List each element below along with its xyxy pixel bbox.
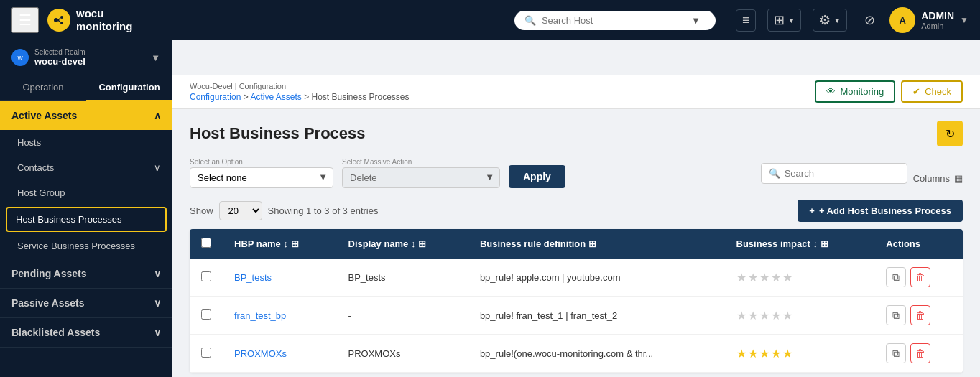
apply-button[interactable]: Apply — [509, 165, 565, 188]
star-icon[interactable]: ★ — [771, 347, 781, 360]
delete-icon: 🗑 — [915, 271, 925, 283]
sidebar-item-host-group[interactable]: Host Group — [0, 180, 172, 205]
star-icon[interactable]: ★ — [736, 309, 746, 322]
section-pending-assets-header[interactable]: Pending Assets ∨ — [0, 259, 172, 288]
logo: wocumonitoring — [47, 7, 132, 33]
row-checkbox[interactable] — [201, 309, 211, 320]
contacts-arrow: ∨ — [154, 162, 161, 173]
navbar: ☰ wocumonitoring 🔍 ▼ ≡ ⊞ ▼ ⚙ ▼ — [0, 0, 980, 40]
business-impact-cell[interactable]: ★★★★★ — [725, 335, 875, 373]
star-icon[interactable]: ★ — [782, 271, 792, 284]
section-passive-assets: Passive Assets ∨ — [0, 289, 172, 318]
pending-assets-label: Pending Assets — [11, 268, 87, 279]
display-name-cell: - — [337, 297, 468, 335]
search-box[interactable]: 🔍 — [761, 163, 907, 184]
th-business-impact[interactable]: Business impact ↕ ⊞ — [725, 229, 875, 259]
user-menu[interactable]: A ADMIN Admin ▼ — [889, 7, 969, 33]
realm-icon: w — [11, 49, 29, 66]
add-icon: + — [809, 205, 815, 216]
star-icon[interactable]: ★ — [748, 347, 758, 360]
hbp-name-link[interactable]: fran_test_bp — [234, 310, 286, 321]
menu-toggle-button[interactable]: ☰ — [11, 7, 39, 33]
section-active-assets-arrow: ∧ — [154, 110, 161, 121]
delete-button[interactable]: 🗑 — [910, 305, 930, 325]
hbp-name-link[interactable]: PROXMOXs — [234, 348, 287, 359]
realm-selector[interactable]: w Selected Realm wocu-devel ▼ — [11, 48, 160, 67]
show-label: Show — [190, 205, 213, 216]
th-hbp-name[interactable]: HBP name ↕ ⊞ — [223, 229, 337, 259]
breadcrumb-current: Host Business Processes — [311, 92, 409, 102]
star-icon[interactable]: ★ — [771, 309, 781, 322]
check-icon: ✔ — [912, 86, 920, 97]
business-impact-cell[interactable]: ★★★★★ — [725, 297, 875, 335]
search-input[interactable] — [785, 168, 900, 179]
star-icon[interactable]: ★ — [748, 309, 758, 322]
entries-per-page-select[interactable]: 20 50 100 — [219, 201, 262, 220]
row-checkbox[interactable] — [201, 271, 211, 281]
columns-button[interactable]: Columns ▦ — [913, 173, 963, 184]
add-host-bp-button[interactable]: + + Add Host Business Process — [798, 200, 963, 222]
settings-icon: ⚙ — [819, 12, 831, 28]
tab-operation[interactable]: Operation — [0, 75, 86, 100]
star-icon[interactable]: ★ — [759, 271, 769, 284]
sidebar-item-hosts[interactable]: Hosts — [0, 130, 172, 155]
columns-icon: ▦ — [954, 173, 963, 184]
copy-button[interactable]: ⧉ — [886, 343, 906, 363]
section-passive-assets-header[interactable]: Passive Assets ∨ — [0, 289, 172, 317]
delete-button[interactable]: 🗑 — [910, 267, 930, 287]
star-icon[interactable]: ★ — [782, 309, 792, 322]
star-icon[interactable]: ★ — [771, 271, 781, 284]
global-search-bar[interactable]: 🔍 ▼ — [514, 11, 716, 30]
realm-dropdown-arrow: ▼ — [151, 52, 160, 63]
hbp-name-link[interactable]: BP_tests — [234, 272, 272, 283]
content-header: Host Business Process ↻ — [190, 121, 963, 146]
delete-button[interactable]: 🗑 — [910, 343, 930, 363]
star-icon[interactable]: ★ — [736, 271, 746, 284]
section-blacklisted-assets-header[interactable]: Blacklisted Assets ∨ — [0, 318, 172, 347]
search-dropdown-arrow[interactable]: ▼ — [691, 15, 701, 26]
content-area: Host Business Process ↻ Select an Option… — [172, 109, 980, 377]
star-icon[interactable]: ★ — [782, 347, 792, 360]
global-search-input[interactable] — [542, 15, 685, 26]
section-blacklisted-assets: Blacklisted Assets ∨ — [0, 318, 172, 348]
grid-dropdown-arrow: ▼ — [787, 17, 795, 24]
star-icon[interactable]: ★ — [748, 271, 758, 284]
sidebar-item-service-business-processes[interactable]: Service Business Processes — [0, 233, 172, 259]
section-pending-assets: Pending Assets ∨ — [0, 259, 172, 289]
option-select[interactable]: Select none — [190, 167, 333, 188]
star-icon[interactable]: ★ — [759, 309, 769, 322]
notifications-button[interactable]: ⊘ — [859, 9, 881, 31]
massive-action-select[interactable]: Delete — [342, 167, 500, 188]
copy-button[interactable]: ⧉ — [886, 305, 906, 325]
star-icon[interactable]: ★ — [759, 347, 769, 360]
business-impact-cell[interactable]: ★★★★★ — [725, 259, 875, 297]
monitoring-button[interactable]: 👁 Monitoring — [815, 80, 895, 103]
select-all-checkbox[interactable] — [201, 238, 211, 248]
tab-configuration[interactable]: Configuration — [86, 75, 172, 101]
th-display-name[interactable]: Display name ↕ ⊞ — [337, 229, 468, 259]
check-button[interactable]: ✔ Check — [901, 80, 963, 103]
search-icon: 🔍 — [769, 168, 780, 179]
hosts-label: Hosts — [17, 137, 41, 148]
row-checkbox[interactable] — [201, 348, 211, 358]
show-entries: Show 20 50 100 Showing 1 to 3 of 3 entri… — [190, 201, 378, 220]
messages-icon: ≡ — [742, 13, 750, 28]
avatar: A — [889, 7, 915, 33]
blacklisted-assets-arrow: ∨ — [154, 327, 161, 338]
breadcrumb-configuration-link[interactable]: Configuration — [190, 92, 241, 102]
th-business-rule[interactable]: Business rule definition ⊞ — [468, 229, 725, 259]
star-icon[interactable]: ★ — [736, 347, 746, 360]
settings-button[interactable]: ⚙ ▼ — [813, 9, 847, 32]
filters-row: Select an Option Select none ▼ Select Ma… — [190, 158, 963, 188]
refresh-button[interactable]: ↻ — [937, 121, 963, 146]
active-assets-items: Hosts Contacts ∨ Host Group Host Busines… — [0, 130, 172, 259]
host-group-label: Host Group — [17, 187, 65, 198]
messages-button[interactable]: ≡ — [736, 9, 757, 32]
grid-button[interactable]: ⊞ ▼ — [767, 9, 801, 32]
sidebar-item-contacts[interactable]: Contacts ∨ — [0, 155, 172, 180]
sidebar-item-host-business-processes[interactable]: Host Business Processes — [6, 207, 167, 232]
breadcrumb-active-assets-link[interactable]: Active Assets — [250, 92, 301, 102]
delete-icon: 🗑 — [915, 348, 925, 359]
copy-button[interactable]: ⧉ — [886, 267, 906, 287]
section-active-assets-header[interactable]: Active Assets ∧ — [0, 101, 172, 130]
